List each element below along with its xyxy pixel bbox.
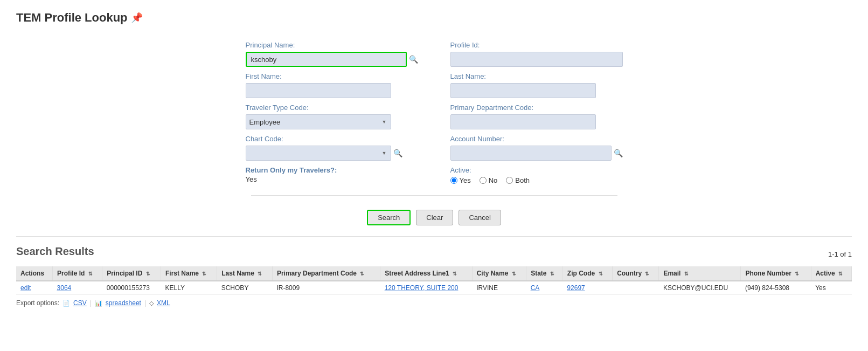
col-state[interactable]: State ⇅: [526, 266, 563, 281]
chart-code-search-icon[interactable]: 🔍: [393, 149, 402, 157]
cell-principal-id: 000000155273: [102, 281, 161, 295]
account-number-search-icon[interactable]: 🔍: [614, 149, 623, 157]
profile-id-link[interactable]: 3064: [57, 284, 72, 292]
col-profile-id[interactable]: Profile Id ⇅: [53, 266, 102, 281]
spreadsheet-link[interactable]: spreadsheet: [106, 299, 141, 307]
col-phone-number[interactable]: Phone Number ⇅: [741, 266, 811, 281]
cell-phone-number: (949) 824-5308: [741, 281, 811, 295]
col-last-name[interactable]: Last Name ⇅: [217, 266, 273, 281]
col-primary-dept[interactable]: Primary Department Code ⇅: [272, 266, 380, 281]
form-separator: [251, 195, 617, 196]
cell-state: CA: [526, 281, 563, 295]
active-no-option[interactable]: No: [480, 176, 498, 184]
search-results-title: Search Results: [16, 245, 94, 258]
table-body: edit 3064 000000155273 KELLY SCHOBY IR-8…: [16, 281, 852, 295]
active-label: Active:: [450, 166, 623, 174]
state-sort[interactable]: ⇅: [550, 271, 554, 277]
table-header: Actions Profile Id ⇅ Principal ID ⇅ Firs…: [16, 266, 852, 281]
cell-active: Yes: [811, 281, 851, 295]
email-sort[interactable]: ⇅: [684, 271, 689, 277]
last-name-field: Last Name:: [450, 72, 623, 98]
return-only-label: Return Only my Travelers?:: [246, 166, 418, 174]
primary-dept-input[interactable]: [450, 114, 596, 129]
pin-icon: 📌: [131, 12, 143, 24]
chart-code-field: Chart Code: 🔍: [246, 135, 418, 161]
last-name-input[interactable]: [450, 83, 596, 98]
profile-id-input-wrapper: [450, 52, 623, 67]
col-zip-code[interactable]: Zip Code ⇅: [563, 266, 612, 281]
city-name-sort[interactable]: ⇅: [512, 271, 516, 277]
traveler-type-label: Traveler Type Code:: [246, 104, 418, 112]
zip-code-sort[interactable]: ⇅: [599, 271, 603, 277]
cancel-button[interactable]: Cancel: [459, 210, 501, 225]
csv-icon: 📄: [63, 300, 70, 307]
profile-id-input[interactable]: [450, 52, 623, 67]
csv-link[interactable]: CSV: [73, 299, 87, 307]
first-name-field: First Name:: [246, 72, 418, 98]
primary-dept-field: Primary Department Code:: [450, 104, 623, 129]
search-form: Principal Name: 🔍 Profile Id: First Name…: [16, 36, 852, 237]
street-address-sort[interactable]: ⇅: [453, 271, 457, 277]
phone-number-sort[interactable]: ⇅: [795, 271, 799, 277]
profile-id-label: Profile Id:: [450, 41, 623, 49]
principal-name-input[interactable]: [246, 52, 407, 67]
active-yes-radio[interactable]: [450, 177, 457, 184]
last-name-sort[interactable]: ⇅: [258, 271, 262, 277]
last-name-label: Last Name:: [450, 72, 623, 80]
col-city-name[interactable]: City Name ⇅: [472, 266, 526, 281]
cell-primary-dept: IR-8009: [272, 281, 380, 295]
table-header-row: Actions Profile Id ⇅ Principal ID ⇅ Firs…: [16, 266, 852, 281]
traveler-type-select-wrapper: Employee Non-Employee: [246, 114, 391, 129]
active-both-radio[interactable]: [506, 177, 513, 184]
chart-code-input-wrapper: 🔍: [246, 146, 418, 161]
cell-last-name: SCHOBY: [217, 281, 273, 295]
chart-code-select-wrapper: [246, 146, 391, 161]
active-yes-option[interactable]: Yes: [450, 176, 471, 184]
cell-street-address: 120 THEORY, SUITE 200: [380, 281, 472, 295]
col-country[interactable]: Country ⇅: [613, 266, 659, 281]
cell-zip-code: 92697: [563, 281, 612, 295]
traveler-type-field: Traveler Type Code: Employee Non-Employe…: [246, 104, 418, 129]
active-field: Active: Yes No Both: [450, 166, 623, 184]
first-name-sort[interactable]: ⇅: [202, 271, 206, 277]
state-link[interactable]: CA: [531, 284, 540, 292]
traveler-type-select[interactable]: Employee Non-Employee: [246, 114, 391, 129]
cell-country: [613, 281, 659, 295]
first-name-input[interactable]: [246, 83, 391, 98]
xml-icon: ◇: [149, 300, 154, 307]
street-address-link[interactable]: 120 THEORY, SUITE 200: [385, 284, 459, 292]
active-radio-group: Yes No Both: [450, 176, 623, 184]
cell-city-name: IRVINE: [472, 281, 526, 295]
return-only-value: Yes: [246, 175, 418, 183]
edit-link[interactable]: edit: [20, 284, 31, 292]
primary-dept-sort[interactable]: ⇅: [360, 271, 364, 277]
cell-actions: edit: [16, 281, 53, 295]
first-name-label: First Name:: [246, 72, 418, 80]
active-both-option[interactable]: Both: [506, 176, 530, 184]
principal-id-sort[interactable]: ⇅: [146, 271, 150, 277]
zip-code-link[interactable]: 92697: [567, 284, 585, 292]
principal-name-field: Principal Name: 🔍: [246, 41, 418, 67]
chart-code-select[interactable]: [246, 146, 391, 161]
account-number-input[interactable]: [450, 146, 612, 161]
col-active[interactable]: Active ⇅: [811, 266, 851, 281]
divider-2: |: [144, 299, 146, 307]
principal-name-input-wrapper: 🔍: [246, 52, 418, 67]
col-email[interactable]: Email ⇅: [659, 266, 741, 281]
col-first-name[interactable]: First Name ⇅: [161, 266, 217, 281]
profile-id-sort[interactable]: ⇅: [88, 271, 93, 277]
chart-code-label: Chart Code:: [246, 135, 418, 143]
results-header: Search Results 1-1 of 1: [16, 245, 852, 263]
principal-name-label: Principal Name:: [246, 41, 418, 49]
xml-link[interactable]: XML: [157, 299, 170, 307]
active-no-radio[interactable]: [480, 177, 487, 184]
clear-button[interactable]: Clear: [416, 210, 453, 225]
col-principal-id[interactable]: Principal ID ⇅: [102, 266, 161, 281]
results-table: Actions Profile Id ⇅ Principal ID ⇅ Firs…: [16, 266, 852, 295]
principal-name-search-icon[interactable]: 🔍: [409, 55, 418, 64]
return-only-field: Return Only my Travelers?: Yes: [246, 166, 418, 184]
search-button[interactable]: Search: [367, 210, 411, 225]
country-sort[interactable]: ⇅: [645, 271, 649, 277]
col-street-address[interactable]: Street Address Line1 ⇅: [380, 266, 472, 281]
active-sort[interactable]: ⇅: [838, 271, 843, 277]
